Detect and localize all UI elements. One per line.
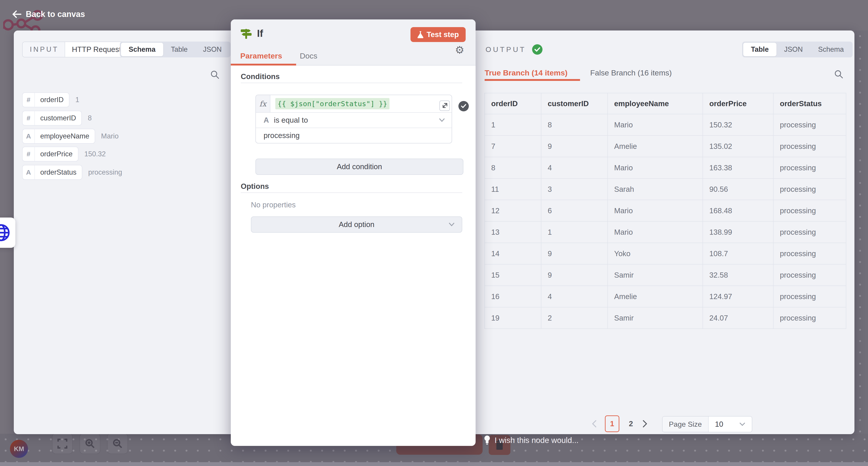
output-tab-table[interactable]: Table: [743, 43, 776, 56]
output-tab-json[interactable]: JSON: [776, 43, 811, 56]
input-node-selector[interactable]: INPUT HTTP Request: [22, 41, 133, 57]
schema-field-row[interactable]: # customerID 8: [22, 111, 92, 126]
table-row[interactable]: 79Amelie135.02processing: [485, 136, 846, 157]
table-cell: processing: [773, 264, 846, 286]
tab-true-branch[interactable]: True Branch (14 items): [485, 68, 567, 77]
table-row[interactable]: 84Mario163.38processing: [485, 157, 846, 178]
table-row[interactable]: 192Samir24.07processing: [485, 307, 846, 329]
input-node-name: HTTP Request: [72, 45, 121, 54]
user-avatar[interactable]: KM: [10, 440, 28, 458]
tab-docs[interactable]: Docs: [300, 52, 317, 60]
zoom-in-button[interactable]: [80, 433, 100, 454]
pagination: 1 2: [592, 415, 647, 432]
table-cell: Amelie: [608, 286, 703, 307]
column-header[interactable]: orderStatus: [773, 93, 846, 114]
schema-field-row[interactable]: # orderID 1: [22, 92, 79, 107]
condition-expression-input[interactable]: {{ $json["orderStatus"] }}: [275, 98, 390, 109]
condition-value-input[interactable]: processing: [256, 128, 452, 143]
table-cell: 1: [541, 221, 608, 243]
table-row[interactable]: 113Sarah90.56processing: [485, 178, 846, 200]
table-cell: Mario: [608, 157, 703, 178]
table-row[interactable]: 18Mario150.32processing: [485, 114, 846, 136]
table-row[interactable]: 126Mario168.48processing: [485, 200, 846, 221]
tab-parameters[interactable]: Parameters: [240, 52, 282, 60]
back-to-canvas-label: Back to canvas: [26, 9, 85, 19]
table-cell: 4: [541, 286, 608, 307]
back-to-canvas-button[interactable]: Back to canvas: [12, 9, 85, 19]
input-tab-table[interactable]: Table: [163, 43, 195, 56]
field-name: orderStatus: [35, 165, 82, 179]
zoom-out-button[interactable]: [107, 433, 128, 454]
table-cell: 9: [541, 136, 608, 157]
input-tab-json[interactable]: JSON: [195, 43, 229, 56]
condition-operator-select[interactable]: A is equal to: [256, 112, 452, 128]
column-header[interactable]: orderPrice: [703, 93, 773, 114]
output-panel-label: OUTPUT: [486, 45, 526, 54]
table-row[interactable]: 164Amelie124.97processing: [485, 286, 846, 307]
table-cell: 13: [485, 221, 541, 243]
page-button-2[interactable]: 2: [627, 420, 634, 428]
column-header[interactable]: customerID: [541, 93, 608, 114]
table-row[interactable]: 131Mario138.99processing: [485, 221, 846, 243]
table-cell: 108.7: [703, 243, 773, 264]
table-cell: Yoko: [608, 243, 703, 264]
input-view-tabs: Schema Table JSON: [120, 41, 230, 57]
output-search-icon[interactable]: [834, 69, 844, 79]
column-header[interactable]: orderID: [485, 93, 541, 114]
tab-false-branch[interactable]: False Branch (16 items): [590, 68, 672, 77]
table-cell: 90.56: [703, 178, 773, 200]
field-name: orderID: [35, 93, 69, 107]
expand-expression-button[interactable]: [439, 101, 450, 111]
output-header: OUTPUT: [486, 44, 542, 55]
table-cell: processing: [773, 178, 846, 200]
chevron-down-icon: [739, 422, 745, 426]
table-cell: 9: [541, 264, 608, 286]
table-cell: processing: [773, 136, 846, 157]
output-tab-schema[interactable]: Schema: [810, 43, 851, 56]
input-tab-schema[interactable]: Schema: [121, 43, 163, 56]
divider: [241, 193, 462, 193]
canvas-bottom-edge: [0, 462, 868, 466]
table-cell: 15: [485, 264, 541, 286]
lightbulb-icon: [484, 435, 491, 445]
column-header[interactable]: employeeName: [608, 93, 703, 114]
field-value: 1: [75, 96, 79, 104]
table-cell: processing: [773, 157, 846, 178]
input-node-card[interactable]: [0, 218, 16, 248]
table-cell: 8: [541, 114, 608, 136]
test-step-button[interactable]: Test step: [410, 27, 466, 42]
output-view-tabs: Table JSON Schema: [742, 41, 852, 57]
gear-icon[interactable]: ⚙: [455, 44, 464, 56]
fx-icon[interactable]: fx: [256, 95, 270, 112]
feedback-prompt[interactable]: I wish this node would...: [484, 435, 579, 445]
schema-field-row[interactable]: A employeeName Mario: [22, 129, 119, 144]
page-button-1[interactable]: 1: [605, 415, 619, 432]
table-cell: 4: [541, 157, 608, 178]
chevron-down-icon: [448, 222, 455, 227]
table-body: 18Mario150.32processing 79Amelie135.02pr…: [485, 114, 846, 329]
add-option-button[interactable]: Add option: [251, 217, 462, 233]
node-title: If: [257, 28, 263, 39]
condition-value: processing: [264, 131, 300, 140]
zoom-in-icon: [85, 438, 95, 449]
page-size-selector[interactable]: Page Size 10: [662, 416, 752, 432]
input-panel-label: INPUT: [23, 42, 65, 57]
field-value: 8: [88, 114, 92, 122]
fit-view-button[interactable]: [52, 433, 73, 454]
input-search-icon[interactable]: [210, 70, 220, 80]
table-cell: processing: [773, 286, 846, 307]
conditions-heading: Conditions: [241, 72, 280, 81]
table-row[interactable]: 159Samir32.58processing: [485, 264, 846, 286]
if-node-icon: [240, 28, 252, 39]
next-page-icon[interactable]: [643, 420, 647, 428]
field-type-icon: #: [23, 111, 35, 125]
table-cell: 2: [541, 307, 608, 329]
schema-field-row[interactable]: # orderPrice 150.32: [22, 146, 106, 162]
active-branch-underline: [485, 79, 580, 81]
table-cell: Mario: [608, 200, 703, 221]
table-row[interactable]: 149Yoko108.7processing: [485, 243, 846, 264]
zoom-out-icon: [112, 438, 123, 449]
add-condition-button[interactable]: Add condition: [255, 159, 463, 175]
schema-field-row[interactable]: A orderStatus processing: [22, 165, 122, 180]
page-size-value: 10: [715, 420, 723, 429]
